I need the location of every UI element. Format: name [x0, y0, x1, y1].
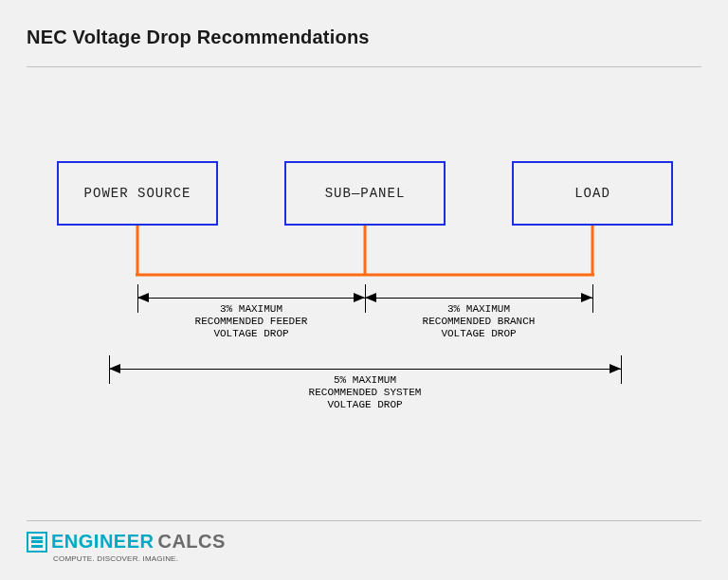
dim-system: 5% MAXIMUM RECOMMENDED SYSTEM VOLTAGE DR… — [0, 0, 728, 580]
dim-system-label: 5% MAXIMUM RECOMMENDED SYSTEM VOLTAGE DR… — [109, 374, 621, 411]
logo-calcs: CALCS — [157, 531, 225, 553]
logo-engineer: ENGINEER — [51, 531, 154, 553]
logo-badge-icon — [27, 532, 47, 553]
bottom-underline — [27, 520, 701, 521]
logo-tagline: COMPUTE. DISCOVER. IMAGINE. — [53, 554, 226, 563]
logo: ENGINEER CALCS COMPUTE. DISCOVER. IMAGIN… — [27, 531, 226, 563]
diagram-page: NEC Voltage Drop Recommendations POWER S… — [0, 0, 728, 580]
